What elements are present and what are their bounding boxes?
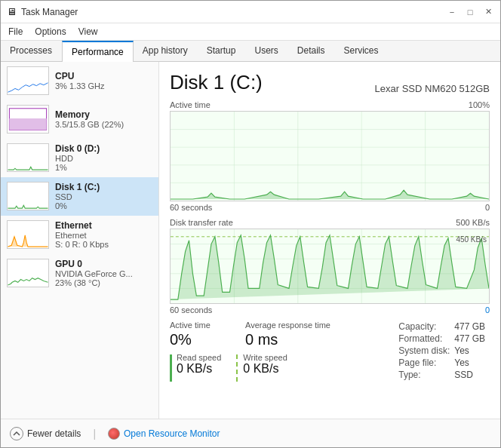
resource-monitor-icon: [108, 428, 120, 440]
tab-details[interactable]: Details: [288, 41, 335, 61]
ethernet-name: Ethernet: [55, 220, 152, 231]
open-resource-label: Open Resource Monitor: [124, 428, 220, 439]
disk0-name: Disk 0 (D:): [55, 143, 152, 154]
cpu-sub: 3% 1.33 GHz: [55, 81, 152, 91]
fewer-details-icon: [10, 427, 23, 440]
maximize-button[interactable]: □: [464, 6, 476, 18]
active-time-stat-value: 0%: [170, 331, 230, 348]
read-speed-info: Read speed 0 KB/s: [177, 353, 221, 376]
memory-sub: 3.5/15.8 GB (22%): [55, 120, 152, 129]
chart1-max: 100%: [469, 100, 490, 109]
chart2-xmax: 0: [485, 305, 490, 315]
chart1-footer: 60 seconds 0: [170, 203, 490, 212]
disk0-sub1: HDD: [55, 154, 152, 163]
chart2-footer: 60 seconds 0: [170, 305, 490, 315]
sidebar-item-memory[interactable]: Memory 3.5/15.8 GB (22%): [1, 100, 158, 139]
page-file-value: Yes: [454, 357, 490, 369]
system-disk-row: System disk: Yes: [398, 345, 490, 357]
gpu0-thumbnail: [7, 259, 49, 287]
page-file-label: Page file:: [398, 357, 454, 369]
ethernet-info: Ethernet Ethernet S: 0 R: 0 Kbps: [55, 220, 152, 249]
app-icon: 🖥: [7, 6, 17, 17]
ethernet-thumbnail: [7, 220, 49, 249]
open-resource-monitor-button[interactable]: Open Resource Monitor: [108, 428, 220, 440]
active-time-stat-label: Active time: [170, 321, 230, 330]
disk0-thumbnail: [7, 143, 49, 172]
sidebar-item-disk0[interactable]: Disk 0 (D:) HDD 1%: [1, 139, 158, 177]
chart1-xmin: 60 seconds: [170, 203, 212, 212]
capacity-value: 477 GB: [454, 321, 490, 333]
title-bar-left: 🖥 Task Manager: [7, 6, 78, 17]
minimize-button[interactable]: −: [446, 6, 458, 18]
system-disk-value: Yes: [454, 345, 490, 357]
menu-bar: File Options View: [1, 23, 500, 41]
menu-view[interactable]: View: [74, 25, 103, 38]
tab-users[interactable]: Users: [245, 41, 287, 61]
cpu-thumbnail: [7, 66, 49, 95]
tab-services[interactable]: Services: [335, 41, 389, 61]
primary-stats-row: Active time 0% Average response time 0 m…: [170, 321, 398, 348]
chart1-label-row: Active time 100%: [170, 100, 490, 109]
chart2-xmin: 60 seconds: [170, 305, 212, 315]
chart2-label: Disk transfer rate: [170, 218, 233, 227]
content-area: CPU 3% 1.33 GHz Memory 3.5/15.8 GB (22%): [1, 62, 500, 419]
gpu0-name: GPU 0: [55, 259, 152, 269]
right-stats-table: Capacity: 477 GB Formatted: 477 GB Syste…: [398, 321, 490, 381]
type-label: Type:: [398, 369, 454, 381]
disk-title: Disk 1 (C:): [170, 71, 263, 94]
type-row: Type: SSD: [398, 369, 490, 381]
disk-transfer-chart: 450 KB/s: [170, 229, 490, 304]
fewer-details-button[interactable]: Fewer details: [10, 427, 81, 440]
sidebar-item-ethernet[interactable]: Ethernet Ethernet S: 0 R: 0 Kbps: [1, 216, 158, 254]
menu-file[interactable]: File: [4, 25, 27, 38]
type-value: SSD: [454, 369, 490, 381]
cpu-info: CPU 3% 1.33 GHz: [55, 71, 152, 91]
tab-bar: Processes Performance App history Startu…: [1, 41, 500, 62]
disk1-info: Disk 1 (C:) SSD 0%: [55, 182, 152, 210]
chart1-xmax: 0: [485, 203, 490, 212]
ethernet-sub1: Ethernet: [55, 231, 152, 240]
disk0-info: Disk 0 (D:) HDD 1%: [55, 143, 152, 172]
avg-response-stat-label: Average response time: [245, 321, 330, 330]
tab-app-history[interactable]: App history: [134, 41, 198, 61]
sidebar-item-cpu[interactable]: CPU 3% 1.33 GHz: [1, 62, 158, 100]
sidebar: CPU 3% 1.33 GHz Memory 3.5/15.8 GB (22%): [1, 62, 159, 419]
main-panel: Disk 1 (C:) Lexar SSD NM620 512GB Active…: [159, 62, 500, 419]
read-speed-value: 0 KB/s: [177, 362, 221, 376]
memory-name: Memory: [55, 109, 152, 120]
cpu-name: CPU: [55, 71, 152, 81]
tab-performance[interactable]: Performance: [62, 41, 134, 62]
close-button[interactable]: ✕: [482, 6, 494, 18]
chart1-label: Active time: [170, 100, 211, 109]
memory-thumbnail: [7, 105, 49, 133]
read-speed-label: Read speed: [177, 353, 221, 362]
ethernet-sub2: S: 0 R: 0 Kbps: [55, 240, 152, 249]
tab-processes[interactable]: Processes: [1, 41, 62, 61]
title-bar-controls: − □ ✕: [446, 6, 494, 18]
left-stats: Active time 0% Average response time 0 m…: [170, 321, 398, 382]
sidebar-item-disk1[interactable]: Disk 1 (C:) SSD 0%: [1, 177, 158, 216]
write-speed-info: Write speed 0 KB/s: [243, 353, 287, 376]
formatted-label: Formatted:: [398, 333, 454, 345]
chart2-secondary-label: 450 KB/s: [456, 235, 487, 244]
tab-startup[interactable]: Startup: [198, 41, 246, 61]
disk1-sub2: 0%: [55, 201, 152, 210]
chart2-label-row: Disk transfer rate 500 KB/s: [170, 218, 490, 227]
speed-row: Read speed 0 KB/s Write speed 0 KB/s: [170, 353, 398, 382]
disk-transfer-chart-section: Disk transfer rate 500 KB/s 450 KB/s: [170, 218, 490, 315]
read-speed-bar: [170, 354, 172, 382]
task-manager-window: 🖥 Task Manager − □ ✕ File Options View P…: [0, 0, 501, 448]
svg-rect-1: [9, 118, 46, 130]
stats-area: Active time 0% Average response time 0 m…: [170, 321, 490, 382]
disk0-sub2: 1%: [55, 163, 152, 172]
disk1-thumbnail: [7, 182, 49, 210]
fewer-details-label: Fewer details: [27, 428, 81, 439]
capacity-label: Capacity:: [398, 321, 454, 333]
sidebar-item-gpu0[interactable]: GPU 0 NVIDIA GeForce G... 23% (38 °C): [1, 254, 158, 293]
gpu0-sub2: 23% (38 °C): [55, 278, 152, 287]
capacity-row: Capacity: 477 GB: [398, 321, 490, 333]
active-time-chart-section: Active time 100%: [170, 100, 490, 212]
read-speed-block: Read speed 0 KB/s: [170, 353, 221, 382]
menu-options[interactable]: Options: [30, 25, 70, 38]
disk1-name: Disk 1 (C:): [55, 182, 152, 192]
